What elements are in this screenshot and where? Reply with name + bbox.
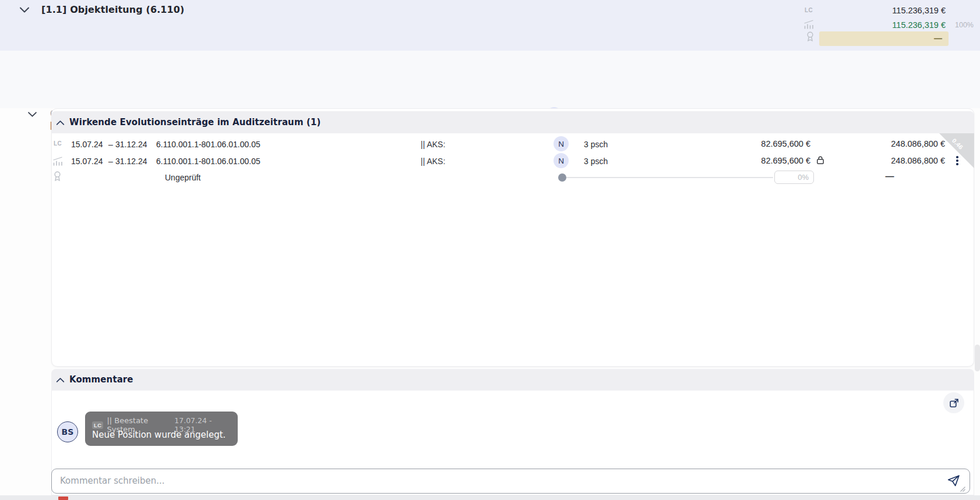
beestate-audit-view: [1.1] Objektleitung (6.110) LC 115.236,3… bbox=[0, 0, 980, 500]
entry-quantity: 3 psch bbox=[584, 139, 608, 150]
evolution-section-title: Wirkende Evolutionseinträge im Auditzeit… bbox=[69, 117, 320, 127]
entry-date-to: 31.12.24 bbox=[115, 156, 147, 166]
group-title: [1.1] Objektleitung (6.110) bbox=[41, 4, 184, 15]
status-badge-n: N bbox=[554, 136, 569, 151]
lc-label: LC bbox=[805, 7, 813, 13]
entry-total-value: 248.086,800 € bbox=[858, 139, 945, 150]
group-audit-field: — bbox=[819, 31, 949, 46]
entry-menu-button[interactable] bbox=[955, 155, 960, 166]
evolution-chart-icon bbox=[803, 20, 815, 29]
entry-date-to: 31.12.24 bbox=[115, 139, 147, 150]
avatar: BS bbox=[57, 421, 78, 442]
group-lc-value: 115.236,319 € bbox=[858, 5, 946, 16]
entry-total-value: 248.086,800 € bbox=[858, 155, 945, 166]
entry-code: 6.110.001.1-801.06.01.00.05 bbox=[156, 139, 260, 150]
entry-code: 6.110.001.1-801.06.01.00.05 bbox=[156, 156, 260, 166]
comment-text: Neue Position wurde angelegt. bbox=[92, 430, 225, 440]
comment-lc-tag: LC bbox=[92, 421, 103, 429]
expand-icon bbox=[949, 398, 959, 408]
progress-slider-handle[interactable] bbox=[558, 173, 566, 182]
entry-aks: || AKS: bbox=[421, 156, 445, 166]
comments-section-header bbox=[51, 369, 974, 391]
status-badge-n: N bbox=[554, 153, 569, 168]
comment-input[interactable] bbox=[51, 469, 970, 494]
entry-audit-dash: — bbox=[881, 171, 898, 181]
entry-aks: || AKS: bbox=[421, 139, 445, 150]
group-header: [1.1] Objektleitung (6.110) LC 115.236,3… bbox=[0, 0, 980, 51]
bottom-divider bbox=[0, 495, 980, 500]
entry-date-separator: – bbox=[108, 139, 113, 150]
comments-section-title: Kommentare bbox=[69, 374, 133, 385]
evolution-chart-icon bbox=[52, 157, 64, 166]
resize-handle[interactable] bbox=[959, 485, 966, 492]
chevron-down-icon[interactable] bbox=[19, 6, 30, 13]
progress-slider-track[interactable] bbox=[562, 177, 773, 178]
award-icon bbox=[54, 171, 61, 182]
group-evolution-pct: 100% bbox=[955, 20, 974, 30]
entry-quantity: 3 psch bbox=[584, 156, 608, 166]
award-icon bbox=[806, 31, 814, 42]
chevron-down-icon[interactable] bbox=[27, 111, 37, 118]
recording-indicator bbox=[58, 497, 68, 500]
lock-icon[interactable] bbox=[816, 155, 825, 165]
entry-unit-value: 82.695,600 € bbox=[723, 139, 810, 150]
scrollbar-thumb[interactable] bbox=[975, 345, 980, 371]
entry-audit-status: Ungeprüft bbox=[165, 172, 200, 183]
entry-percent-input[interactable] bbox=[774, 171, 814, 184]
position-header: 6.110.001.1-801.06.01.00.05 || AKS: — [1… bbox=[0, 51, 980, 108]
group-evolution-value: 115.236,319 € bbox=[858, 20, 946, 31]
chevron-up-icon[interactable] bbox=[56, 377, 65, 383]
entry-date-separator: – bbox=[108, 156, 113, 166]
entry-date-from: 15.07.24 bbox=[71, 139, 103, 150]
entry-date-from: 15.07.24 bbox=[71, 156, 103, 166]
chevron-up-icon[interactable] bbox=[56, 120, 65, 126]
lc-label: LC bbox=[54, 140, 62, 147]
comment-bubble: LC || Beestate System 17.07.24 - 13:21 N… bbox=[85, 412, 238, 446]
entry-unit-value: 82.695,600 € bbox=[723, 155, 810, 166]
expand-comments-button[interactable] bbox=[943, 392, 964, 413]
